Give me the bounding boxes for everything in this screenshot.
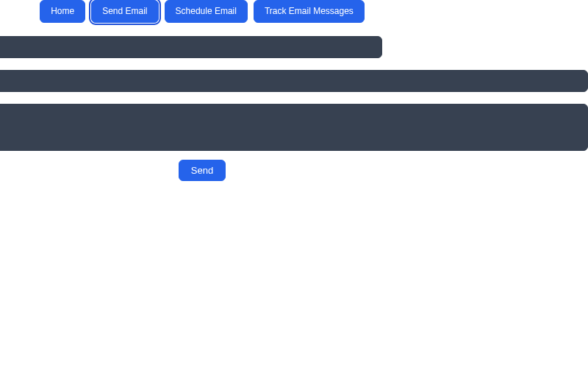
nav-send-email-button[interactable]: Send Email bbox=[91, 0, 158, 23]
send-email-form: Send bbox=[0, 36, 588, 181]
body-textarea[interactable] bbox=[0, 104, 588, 151]
nav-schedule-email-button[interactable]: Schedule Email bbox=[165, 0, 248, 23]
nav-home-button[interactable]: Home bbox=[40, 0, 85, 23]
to-address-input[interactable] bbox=[0, 36, 382, 58]
nav-track-email-button[interactable]: Track Email Messages bbox=[254, 0, 365, 23]
send-button[interactable]: Send bbox=[179, 160, 226, 181]
subject-input[interactable] bbox=[0, 70, 588, 92]
top-nav: Home Send Email Schedule Email Track Ema… bbox=[0, 0, 588, 23]
